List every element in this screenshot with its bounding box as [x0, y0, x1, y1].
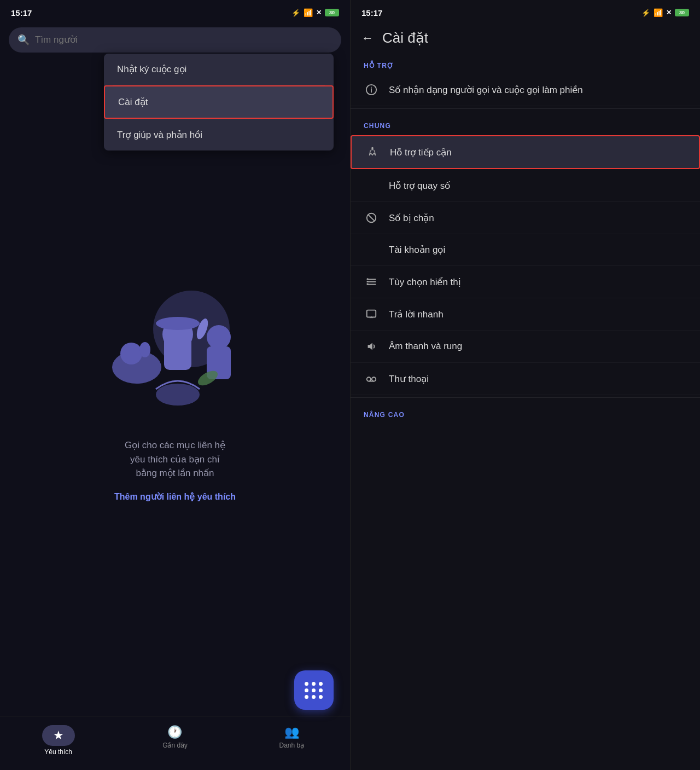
call-account-text: Tài khoản gọi — [389, 244, 445, 256]
right-panel: 15:17 ⚡ 📶 ✕ 30 ← Cài đặt HỖ TRỢ Số nhận … — [350, 0, 700, 770]
nav-label-favorites: Yêu thích — [44, 748, 72, 756]
empty-text: Gọi cho các mục liên hệ yêu thích của bạ… — [125, 438, 225, 480]
settings-item-dialpad-assist[interactable]: Hỗ trợ quay số — [351, 170, 700, 202]
right-signal-x-icon: ✕ — [666, 9, 672, 16]
settings-item-caller-id[interactable]: Số nhận dạng người gọi và cuộc gọi làm p… — [351, 74, 700, 106]
accessibility-text: Hỗ trợ tiếp cận — [390, 147, 452, 158]
settings-item-call-account[interactable]: Tài khoản gọi — [351, 234, 700, 266]
dialpad-dot-5 — [312, 688, 316, 692]
clock-icon: 🕐 — [167, 725, 182, 739]
dialpad-dot-7 — [305, 695, 308, 699]
svg-rect-24 — [367, 310, 376, 317]
add-favorite-button[interactable]: Thêm người liên hệ yêu thích — [114, 491, 236, 502]
left-panel: 15:17 ⚡ 📶 ✕ 30 🔍 Nhật ký cuộc gọi Cài đặ… — [0, 0, 350, 770]
contacts-icon: 👥 — [284, 725, 299, 739]
left-status-icons: ⚡ 📶 ✕ 30 — [291, 8, 339, 17]
section-label-ho-tro: HỖ TRỢ — [351, 51, 700, 74]
settings-item-sound[interactable]: Âm thanh và rung — [351, 331, 700, 363]
page-title: Cài đặt — [382, 30, 428, 47]
blocked-text: Số bị chặn — [389, 212, 434, 224]
dropdown-menu: Nhật ký cuộc gọi Cài đặt Trợ giúp và phả… — [104, 54, 334, 150]
svg-rect-22 — [367, 281, 369, 282]
settings-item-quick-reply[interactable]: Trả lời nhanh — [351, 298, 700, 331]
section-label-nang-cao: NÂNG CAO — [351, 400, 700, 423]
dialpad-dot-3 — [319, 682, 323, 686]
dialpad-dot-9 — [319, 695, 323, 699]
list-icon — [364, 276, 379, 288]
dialpad-dot-6 — [319, 688, 323, 692]
info-icon — [364, 84, 379, 96]
dialpad-fab-button[interactable] — [294, 670, 334, 710]
wifi-icon: 📶 — [304, 8, 313, 17]
svg-rect-23 — [367, 283, 369, 285]
right-battery-indicator: 30 — [675, 9, 689, 16]
nav-label-recent: Gần đây — [162, 742, 188, 749]
divider-2 — [351, 397, 700, 398]
search-bar[interactable]: 🔍 — [9, 27, 341, 53]
svg-point-14 — [371, 87, 372, 88]
nav-item-contacts[interactable]: 👥 Danh bạ — [234, 722, 350, 759]
settings-item-voicemail[interactable]: Thư thoại — [351, 363, 700, 395]
nav-item-recent[interactable]: 🕐 Gần đây — [116, 722, 233, 759]
dialpad-dot-8 — [312, 695, 316, 699]
volume-icon — [364, 340, 379, 352]
section-label-chung: CHUNG — [351, 111, 700, 134]
nav-pill-favorites: ★ — [42, 725, 75, 746]
settings-list: HỖ TRỢ Số nhận dạng người gọi và cuộc gọ… — [351, 51, 700, 770]
star-icon: ★ — [53, 728, 64, 743]
back-button[interactable]: ← — [361, 31, 374, 45]
illustration-area: Gọi cho các mục liên hệ yêu thích của bạ… — [0, 55, 350, 716]
right-time: 15:17 — [361, 8, 382, 18]
settings-header: ← Cài đặt — [351, 23, 700, 51]
dropdown-item-call-log[interactable]: Nhật ký cuộc gọi — [104, 54, 334, 85]
blocked-icon — [364, 212, 379, 224]
search-icon: 🔍 — [18, 34, 30, 46]
dropdown-item-settings[interactable]: Cài đặt — [104, 85, 334, 119]
right-bluetooth-icon: ⚡ — [641, 9, 650, 17]
nav-label-contacts: Danh bạ — [279, 742, 304, 749]
bottom-navigation: ★ Yêu thích 🕐 Gần đây 👥 Danh bạ — [0, 716, 350, 770]
dialpad-grid — [305, 682, 323, 699]
search-input[interactable] — [35, 34, 332, 45]
voicemail-text: Thư thoại — [389, 373, 429, 385]
svg-point-8 — [207, 325, 231, 349]
dialpad-dot-2 — [312, 682, 316, 686]
svg-point-5 — [156, 317, 200, 330]
illustration-svg — [93, 269, 257, 422]
svg-point-2 — [120, 343, 142, 364]
settings-item-display-options[interactable]: Tùy chọn hiển thị — [351, 266, 700, 298]
settings-item-blocked[interactable]: Số bị chặn — [351, 202, 700, 234]
right-wifi-icon: 📶 — [654, 8, 663, 17]
dialpad-assist-text: Hỗ trợ quay số — [389, 180, 450, 192]
right-status-bar: 15:17 ⚡ 📶 ✕ 30 — [351, 0, 700, 23]
divider-1 — [351, 108, 700, 109]
signal-x-icon: ✕ — [316, 9, 322, 16]
dialpad-dot-4 — [305, 688, 308, 692]
settings-item-accessibility[interactable]: Hỗ trợ tiếp cận — [351, 135, 700, 169]
dropdown-item-help[interactable]: Trợ giúp và phản hồi — [104, 119, 334, 150]
svg-rect-21 — [367, 279, 369, 280]
svg-point-25 — [367, 377, 371, 381]
bluetooth-icon: ⚡ — [291, 9, 300, 17]
sound-text: Âm thanh và rung — [389, 341, 462, 352]
svg-point-15 — [371, 147, 374, 149]
svg-point-3 — [139, 342, 150, 357]
dialpad-dot-1 — [305, 682, 308, 686]
svg-line-17 — [368, 215, 375, 221]
accessibility-icon — [365, 146, 380, 158]
svg-point-26 — [372, 377, 376, 381]
battery-indicator: 30 — [325, 9, 339, 16]
nav-item-favorites[interactable]: ★ Yêu thích — [0, 722, 116, 759]
right-status-icons: ⚡ 📶 ✕ 30 — [641, 8, 689, 17]
left-status-bar: 15:17 ⚡ 📶 ✕ 30 — [0, 0, 350, 23]
chat-icon — [364, 308, 379, 320]
svg-point-10 — [156, 384, 200, 406]
svg-rect-6 — [164, 332, 191, 370]
quick-reply-text: Trả lời nhanh — [389, 309, 444, 320]
display-options-text: Tùy chọn hiển thị — [389, 276, 461, 288]
caller-id-text: Số nhận dạng người gọi và cuộc gọi làm p… — [389, 84, 583, 96]
voicemail-icon — [364, 373, 379, 385]
left-time: 15:17 — [11, 8, 32, 18]
